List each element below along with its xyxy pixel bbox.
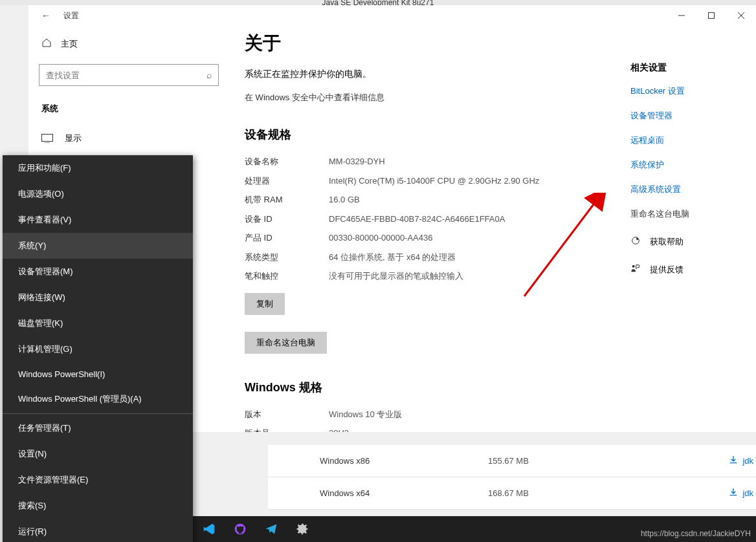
display-icon bbox=[41, 134, 53, 143]
nav-display-label: 显示 bbox=[65, 133, 82, 144]
menu-separator bbox=[3, 413, 193, 414]
home-label: 主页 bbox=[61, 38, 78, 50]
menu-item[interactable]: 磁盘管理(K) bbox=[3, 310, 193, 336]
menu-item[interactable]: 设备管理器(M) bbox=[3, 259, 193, 285]
menu-item[interactable]: 事件查看器(V) bbox=[3, 207, 193, 233]
spec-version: 版本号20H2 bbox=[245, 427, 588, 432]
windows-spec-head: Windows 规格 bbox=[245, 380, 588, 395]
svg-point-8 bbox=[632, 265, 635, 268]
security-link[interactable]: 在 Windows 安全中心中查看详细信息 bbox=[245, 92, 588, 103]
search-field[interactable] bbox=[46, 70, 206, 80]
download-icon bbox=[728, 487, 739, 499]
device-spec-head: 设备规格 bbox=[245, 127, 588, 142]
menu-item[interactable]: Windows PowerShell(I) bbox=[3, 362, 193, 386]
background-title-bar: Java SE Development Kit 8u271 bbox=[0, 0, 756, 5]
copy-button[interactable]: 复制 bbox=[245, 293, 285, 315]
spec-systype: 系统类型64 位操作系统, 基于 x64 的处理器 bbox=[245, 251, 588, 264]
menu-item[interactable]: 网络连接(W) bbox=[3, 285, 193, 310]
dl-link[interactable]: jdk bbox=[682, 487, 756, 499]
rename-button[interactable]: 重命名这台电脑 bbox=[245, 332, 327, 354]
vscode-icon[interactable] bbox=[202, 522, 216, 536]
download-row: Windows x86 155.67 MB jdk bbox=[268, 445, 756, 477]
download-table: Windows x86 155.67 MB jdk Windows x64 16… bbox=[268, 445, 756, 510]
related-links: 相关设置 BitLocker 设置 设备管理器 远程桌面 系统保护 高级系统设置… bbox=[630, 62, 740, 276]
give-feedback[interactable]: 提供反馈 bbox=[630, 263, 740, 276]
home-icon bbox=[41, 38, 52, 50]
main-content: 关于 系统正在监控并保护你的电脑。 在 Windows 安全中心中查看详细信息 … bbox=[229, 5, 756, 432]
search-icon: ⌕ bbox=[206, 70, 212, 80]
feedback-icon bbox=[630, 263, 641, 276]
winx-context-menu: 应用和功能(F)电源选项(O)事件查看器(V)系统(Y)设备管理器(M)网络连接… bbox=[3, 155, 193, 542]
dl-size: 168.67 MB bbox=[488, 488, 682, 498]
link-advanced-settings[interactable]: 高级系统设置 bbox=[630, 184, 740, 195]
page-title: 关于 bbox=[245, 31, 588, 56]
spec-device-name: 设备名称MM-0329-DYH bbox=[245, 155, 588, 168]
spec-cpu: 处理器Intel(R) Core(TM) i5-10400F CPU @ 2.9… bbox=[245, 175, 588, 188]
menu-item[interactable]: 任务管理器(T) bbox=[3, 415, 193, 441]
dl-os: Windows x64 bbox=[268, 488, 488, 498]
menu-item[interactable]: 运行(R) bbox=[3, 519, 193, 542]
menu-item[interactable]: 计算机管理(G) bbox=[3, 336, 193, 362]
watermark: https://blog.csdn.net/JackieDYH bbox=[641, 529, 751, 538]
link-rename-pc[interactable]: 重命名这台电脑 bbox=[630, 208, 740, 220]
dl-size: 155.67 MB bbox=[488, 456, 682, 466]
link-remote-desktop[interactable]: 远程桌面 bbox=[630, 135, 740, 146]
menu-item[interactable]: 文件资源管理器(E) bbox=[3, 467, 193, 493]
home-link[interactable]: 主页 bbox=[39, 31, 229, 56]
telegram-icon[interactable] bbox=[264, 522, 278, 536]
menu-item[interactable]: Windows PowerShell (管理员)(A) bbox=[3, 386, 193, 412]
menu-item[interactable]: 电源选项(O) bbox=[3, 181, 193, 207]
protect-line: 系统正在监控并保护你的电脑。 bbox=[245, 69, 588, 80]
related-head: 相关设置 bbox=[630, 62, 740, 74]
svg-point-7 bbox=[636, 238, 638, 240]
menu-item[interactable]: 应用和功能(F) bbox=[3, 155, 193, 181]
window-title: 设置 bbox=[63, 10, 79, 21]
link-device-manager[interactable]: 设备管理器 bbox=[630, 110, 740, 122]
settings-gear-icon[interactable] bbox=[295, 522, 309, 536]
download-icon bbox=[728, 455, 739, 467]
menu-item[interactable]: 设置(N) bbox=[3, 441, 193, 467]
github-icon[interactable] bbox=[233, 522, 247, 536]
get-help[interactable]: 获取帮助 bbox=[630, 235, 740, 248]
menu-item[interactable]: 系统(Y) bbox=[3, 233, 193, 259]
search-input[interactable]: ⌕ bbox=[39, 64, 219, 86]
link-bitlocker[interactable]: BitLocker 设置 bbox=[630, 85, 740, 97]
spec-ram: 机带 RAM16.0 GB bbox=[245, 193, 588, 206]
nav-display[interactable]: 显示 bbox=[39, 126, 229, 151]
download-row: Windows x64 168.67 MB jdk bbox=[268, 477, 756, 510]
category-label: 系统 bbox=[39, 96, 229, 126]
spec-devid: 设备 IDDFC465AE-FBBD-40B7-824C-A6466E1FFA0… bbox=[245, 213, 588, 226]
menu-item[interactable]: 搜索(S) bbox=[3, 493, 193, 519]
svg-rect-4 bbox=[42, 135, 53, 142]
back-icon[interactable]: ← bbox=[41, 10, 50, 21]
dl-os: Windows x86 bbox=[268, 456, 488, 466]
spec-edition: 版本Windows 10 专业版 bbox=[245, 408, 588, 421]
spec-pen: 笔和触控没有可用于此显示器的笔或触控输入 bbox=[245, 270, 588, 283]
spec-prodid: 产品 ID00330-80000-00000-AA436 bbox=[245, 232, 588, 244]
link-system-protect[interactable]: 系统保护 bbox=[630, 159, 740, 171]
dl-link[interactable]: jdk bbox=[682, 455, 756, 467]
help-icon bbox=[630, 235, 641, 248]
